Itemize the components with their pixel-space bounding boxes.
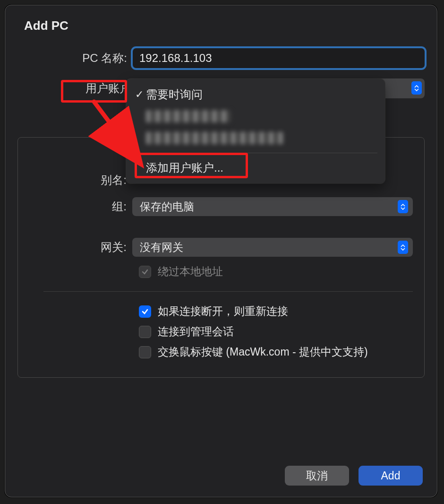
user-account-dropdown: ✓ 需要时询问 添加用户账户... xyxy=(126,79,385,183)
swap-mouse-row: 交换鼠标按键 (MacWk.com - 提供中文支持) xyxy=(29,345,413,359)
reconnect-row: 如果连接断开，则重新连接 xyxy=(29,304,413,319)
swap-mouse-label: 交换鼠标按键 (MacWk.com - 提供中文支持) xyxy=(158,345,368,359)
group-label: 组: xyxy=(29,199,132,214)
bypass-local-checkbox xyxy=(139,266,151,278)
dropdown-item-label: 添加用户账户... xyxy=(146,160,223,175)
group-value: 保存的电脑 xyxy=(140,200,194,214)
bypass-local-row: 绕过本地地址 xyxy=(29,264,413,279)
gateway-row: 网关: 没有网关 xyxy=(29,238,413,257)
gateway-value: 没有网关 xyxy=(140,240,183,255)
dropdown-item-ask[interactable]: ✓ 需要时询问 xyxy=(126,84,385,105)
alias-label: 别名: xyxy=(29,173,132,188)
updown-icon xyxy=(411,81,422,95)
bypass-local-label: 绕过本地地址 xyxy=(158,264,223,279)
dialog-footer: 取消 Add xyxy=(285,466,423,486)
updown-icon xyxy=(398,241,408,254)
add-pc-dialog: Add PC PC 名称: 用户账户 常 别名: 组: 保存的电脑 xyxy=(5,5,437,497)
reconnect-checkbox[interactable] xyxy=(139,305,151,318)
pc-name-input[interactable] xyxy=(133,48,425,68)
add-button[interactable]: Add xyxy=(359,466,423,486)
gateway-label: 网关: xyxy=(29,240,132,255)
section-divider xyxy=(43,291,413,292)
cancel-button[interactable]: 取消 xyxy=(285,466,349,486)
dropdown-item-add-user[interactable]: 添加用户账户... xyxy=(126,157,385,179)
admin-session-row: 连接到管理会话 xyxy=(29,324,413,339)
dropdown-item-label: 需要时询问 xyxy=(146,87,203,102)
reconnect-label: 如果连接断开，则重新连接 xyxy=(158,304,288,319)
group-select[interactable]: 保存的电脑 xyxy=(132,197,413,216)
check-icon: ✓ xyxy=(133,88,146,101)
updown-icon xyxy=(398,200,408,213)
dialog-title: Add PC xyxy=(24,18,425,33)
dropdown-separator xyxy=(134,153,377,153)
admin-session-label: 连接到管理会话 xyxy=(158,324,234,339)
pc-name-row: PC 名称: xyxy=(17,48,425,68)
admin-session-checkbox[interactable] xyxy=(139,326,151,338)
pc-name-label: PC 名称: xyxy=(17,51,133,66)
user-account-label: 用户账户 xyxy=(17,81,133,96)
redacted-text xyxy=(146,132,283,144)
gateway-select[interactable]: 没有网关 xyxy=(132,238,413,257)
redacted-text xyxy=(146,110,231,122)
swap-mouse-checkbox[interactable] xyxy=(139,346,151,358)
group-row: 组: 保存的电脑 xyxy=(29,197,413,216)
dropdown-item-redacted-1[interactable] xyxy=(126,105,385,127)
dropdown-item-redacted-2[interactable] xyxy=(126,127,385,149)
